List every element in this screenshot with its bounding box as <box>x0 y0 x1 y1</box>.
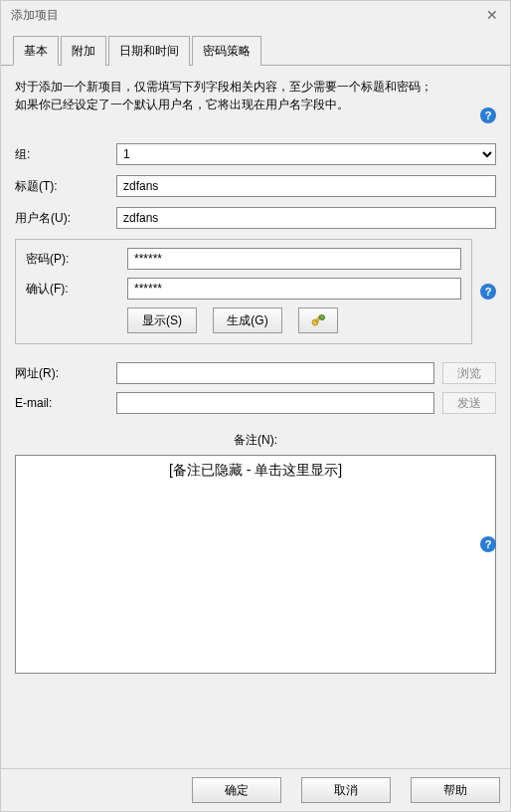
password-fieldset: 密码(P): 确认(F): 显示(S) 生成(G) <box>15 239 472 344</box>
generate-password-button[interactable]: 生成(G) <box>213 307 282 333</box>
label-password: 密码(P): <box>26 251 127 268</box>
window-title: 添加项目 <box>9 7 59 24</box>
row-password: 密码(P): <box>26 248 461 270</box>
key-gear-icon <box>310 312 326 328</box>
titlebar: 添加项目 ✕ <box>1 1 510 29</box>
tab-datetime[interactable]: 日期和时间 <box>108 36 190 66</box>
tab-panel-basic: 对于添加一个新项目，仅需填写下列字段相关内容，至少需要一个标题和密码； 如果你已… <box>1 66 510 768</box>
url-input[interactable] <box>116 362 434 384</box>
row-title: 标题(T): <box>15 175 496 197</box>
password-input[interactable] <box>127 248 461 270</box>
show-password-button[interactable]: 显示(S) <box>127 307 197 333</box>
browse-button[interactable]: 浏览 <box>442 362 496 384</box>
tab-basic[interactable]: 基本 <box>13 36 59 66</box>
tab-password-policy[interactable]: 密码策略 <box>192 36 261 66</box>
intro-line1: 对于添加一个新项目，仅需填写下列字段相关内容，至少需要一个标题和密码； <box>15 78 472 96</box>
row-email: E-mail: 发送 <box>15 392 496 414</box>
email-input[interactable] <box>116 392 434 414</box>
password-button-row: 显示(S) 生成(G) <box>127 307 461 333</box>
close-icon[interactable]: ✕ <box>482 7 502 23</box>
label-notes: 备注(N): <box>15 432 496 449</box>
help-icon[interactable]: ? <box>480 284 496 300</box>
group-select[interactable]: 1 <box>116 143 496 165</box>
password-policy-icon-button[interactable] <box>298 307 338 333</box>
row-url: 网址(R): 浏览 <box>15 362 496 384</box>
tab-attachments[interactable]: 附加 <box>61 36 106 66</box>
cancel-button[interactable]: 取消 <box>301 777 391 803</box>
tab-strip: 基本 附加 日期和时间 密码策略 <box>1 35 510 66</box>
add-entry-dialog: 添加项目 ✕ 基本 附加 日期和时间 密码策略 对于添加一个新项目，仅需填写下列… <box>0 0 511 812</box>
help-icon[interactable]: ? <box>480 107 496 123</box>
row-confirm: 确认(F): <box>26 278 461 300</box>
url-block: 网址(R): 浏览 E-mail: 发送 <box>15 362 496 414</box>
label-url: 网址(R): <box>15 365 116 382</box>
label-confirm: 确认(F): <box>26 281 127 298</box>
label-group: 组: <box>15 146 116 163</box>
row-username: 用户名(U): <box>15 207 496 229</box>
form-block: 组: 1 标题(T): 用户名(U): <box>15 143 496 674</box>
row-group: 组: 1 <box>15 143 496 165</box>
notes-hidden-text: [备注已隐藏 - 单击这里显示] <box>169 462 342 478</box>
label-title: 标题(T): <box>15 178 116 195</box>
svg-point-2 <box>320 315 325 320</box>
intro-line2: 如果你已经设定了一个默认用户名，它将出现在用户名字段中。 <box>15 96 472 113</box>
username-input[interactable] <box>116 207 496 229</box>
send-button[interactable]: 发送 <box>442 392 496 414</box>
notes-textarea[interactable]: [备注已隐藏 - 单击这里显示] <box>15 455 496 674</box>
dialog-footer: 确定 取消 帮助 <box>1 768 510 811</box>
help-icon[interactable]: ? <box>480 536 496 552</box>
label-email: E-mail: <box>15 396 116 410</box>
ok-button[interactable]: 确定 <box>192 777 281 803</box>
help-button[interactable]: 帮助 <box>411 777 500 803</box>
label-username: 用户名(U): <box>15 210 116 227</box>
title-input[interactable] <box>116 175 496 197</box>
intro-text: 对于添加一个新项目，仅需填写下列字段相关内容，至少需要一个标题和密码； 如果你已… <box>15 78 496 113</box>
confirm-input[interactable] <box>127 278 461 300</box>
